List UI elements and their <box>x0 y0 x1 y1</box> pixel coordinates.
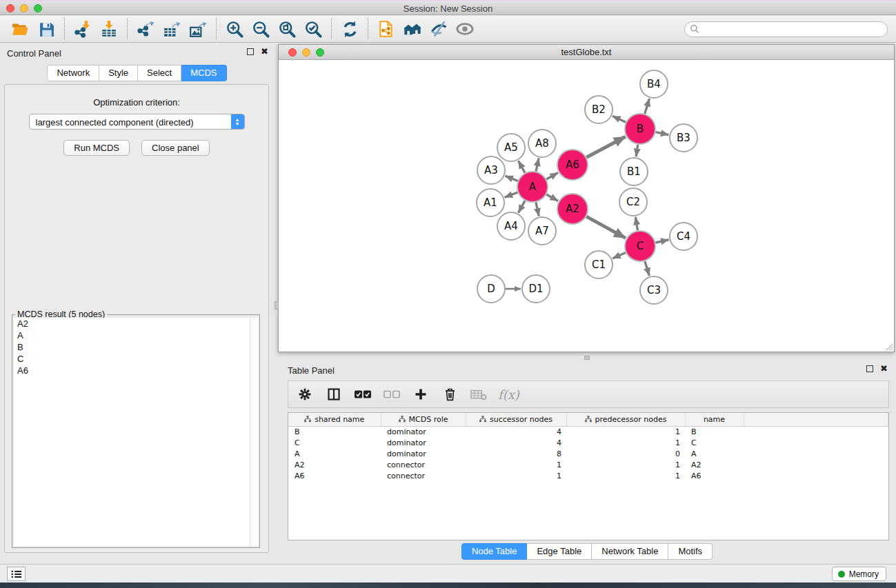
search-input[interactable] <box>684 21 888 37</box>
criterion-select[interactable]: largest connected component (directed) ▲… <box>29 114 245 130</box>
edge-A-A3[interactable] <box>505 176 517 181</box>
cell-mcds-role[interactable]: connector <box>381 470 466 481</box>
node-A6[interactable]: A6 <box>557 150 588 180</box>
edge-B-B2[interactable] <box>613 116 626 122</box>
node-table[interactable]: shared nameMCDS rolesuccessor nodesprede… <box>288 413 888 481</box>
task-history-button[interactable] <box>7 567 26 581</box>
table-row[interactable]: A2connector11A2 <box>288 459 888 470</box>
cell-predecessor-nodes[interactable]: 1 <box>566 426 685 437</box>
cell-shared-name[interactable]: C <box>288 437 381 448</box>
node-A2[interactable]: A2 <box>557 194 588 224</box>
node-C2[interactable]: C2 <box>619 188 647 216</box>
node-A5[interactable]: A5 <box>497 134 525 161</box>
node-B1[interactable]: B1 <box>620 158 648 185</box>
edge-C-C2[interactable] <box>635 217 637 231</box>
node-A[interactable]: A <box>517 172 548 202</box>
table-row[interactable]: A6connector11A6 <box>288 470 888 481</box>
tab-edge-table[interactable]: Edge Table <box>527 543 592 560</box>
cell-shared-name[interactable]: B <box>288 426 381 437</box>
cell-name[interactable]: A2 <box>685 459 744 470</box>
tab-node-table[interactable]: Node Table <box>461 543 528 560</box>
column-header-mcds-role[interactable]: MCDS role <box>381 413 466 426</box>
function-builder-button[interactable]: f(x) <box>498 387 519 402</box>
save-session-button[interactable] <box>33 17 59 41</box>
edge-A-A4[interactable] <box>519 201 526 212</box>
cell-predecessor-nodes[interactable]: 1 <box>566 437 685 448</box>
edge-C-C4[interactable] <box>655 240 668 243</box>
cell-name[interactable]: A6 <box>685 470 744 481</box>
node-A1[interactable]: A1 <box>477 189 504 216</box>
tab-mcds[interactable]: MCDS <box>181 65 226 81</box>
node-C4[interactable]: C4 <box>670 223 697 250</box>
node-B3[interactable]: B3 <box>670 124 697 152</box>
column-header-shared-name[interactable]: shared name <box>288 413 381 426</box>
import-table-button[interactable] <box>96 17 122 41</box>
mcds-result-list[interactable]: A2ABCA6 <box>14 318 258 546</box>
cell-predecessor-nodes[interactable]: 1 <box>566 470 685 481</box>
result-item-a[interactable]: A <box>14 330 258 341</box>
node-A8[interactable]: A8 <box>528 130 556 157</box>
column-header-predecessor-nodes[interactable]: predecessor nodes <box>566 413 685 426</box>
tab-select[interactable]: Select <box>138 65 181 81</box>
column-header-name[interactable]: name <box>685 413 744 426</box>
close-table-panel-icon[interactable]: ✖ <box>880 365 888 372</box>
node-A4[interactable]: A4 <box>497 212 525 240</box>
float-table-panel-icon[interactable] <box>866 365 873 372</box>
result-item-b[interactable]: B <box>14 341 258 353</box>
new-network-file-button[interactable] <box>373 17 399 41</box>
cell-mcds-role[interactable]: dominator <box>381 448 466 459</box>
result-item-a2[interactable]: A2 <box>14 318 258 330</box>
refresh-button[interactable] <box>337 17 363 41</box>
cell-predecessor-nodes[interactable]: 0 <box>566 448 685 459</box>
export-network-button[interactable] <box>132 17 159 41</box>
float-panel-icon[interactable] <box>247 48 254 55</box>
export-image-button[interactable] <box>185 17 211 41</box>
cell-mcds-role[interactable]: dominator <box>381 437 466 448</box>
edge-A-A2[interactable] <box>546 194 558 201</box>
result-scrollbar[interactable] <box>250 318 258 546</box>
run-mcds-button[interactable]: Run MCDS <box>63 140 130 156</box>
table-settings-button[interactable] <box>295 384 315 405</box>
home-button[interactable] <box>399 17 426 41</box>
result-item-a6[interactable]: A6 <box>14 365 258 376</box>
cell-successor-nodes[interactable]: 8 <box>466 448 566 459</box>
edge-A-A8[interactable] <box>536 158 539 171</box>
edge-A-A1[interactable] <box>505 192 518 197</box>
cell-successor-nodes[interactable]: 4 <box>466 426 566 437</box>
node-B4[interactable]: B4 <box>640 70 668 98</box>
cell-shared-name[interactable]: A6 <box>288 470 381 481</box>
deselect-all-columns-button[interactable] <box>382 384 401 405</box>
node-C3[interactable]: C3 <box>640 276 668 304</box>
edge-A-A5[interactable] <box>519 161 526 172</box>
network-graph[interactable]: B4B2BB3A8A5A6A3B1AC2A1A2A4A7C4CC1DD1C3 <box>279 60 894 352</box>
cell-name[interactable]: B <box>685 426 744 437</box>
edge-B-B4[interactable] <box>645 99 650 114</box>
select-all-columns-button[interactable] <box>353 384 372 405</box>
edge-A6-B[interactable] <box>586 136 625 157</box>
zoom-out-button[interactable] <box>248 17 274 41</box>
cell-successor-nodes[interactable]: 1 <box>466 470 566 481</box>
zoom-fit-button[interactable] <box>274 17 300 41</box>
cell-name[interactable]: A <box>685 448 744 459</box>
tab-motifs[interactable]: Motifs <box>668 543 713 560</box>
node-D1[interactable]: D1 <box>522 275 550 303</box>
node-A7[interactable]: A7 <box>528 217 556 245</box>
memory-button[interactable]: Memory <box>832 567 886 581</box>
network-canvas[interactable]: B4B2BB3A8A5A6A3B1AC2A1A2A4A7C4CC1DD1C3 <box>279 60 894 352</box>
edge-A-A6[interactable] <box>546 173 558 179</box>
cell-successor-nodes[interactable]: 4 <box>466 437 566 448</box>
tab-network-table[interactable]: Network Table <box>592 543 668 560</box>
edge-C-C1[interactable] <box>613 252 626 258</box>
tab-style[interactable]: Style <box>99 65 138 81</box>
node-B[interactable]: B <box>625 114 655 144</box>
cell-name[interactable]: C <box>685 437 744 448</box>
node-D[interactable]: D <box>477 275 505 303</box>
delete-column-button[interactable] <box>440 384 459 405</box>
cell-shared-name[interactable]: A <box>288 448 381 459</box>
node-C1[interactable]: C1 <box>585 251 613 278</box>
edge-B-B3[interactable] <box>656 132 669 135</box>
cell-mcds-role[interactable]: connector <box>381 459 466 470</box>
edge-A-A7[interactable] <box>536 202 539 216</box>
table-row[interactable]: Adominator80A <box>288 448 888 459</box>
cell-mcds-role[interactable]: dominator <box>381 426 466 437</box>
